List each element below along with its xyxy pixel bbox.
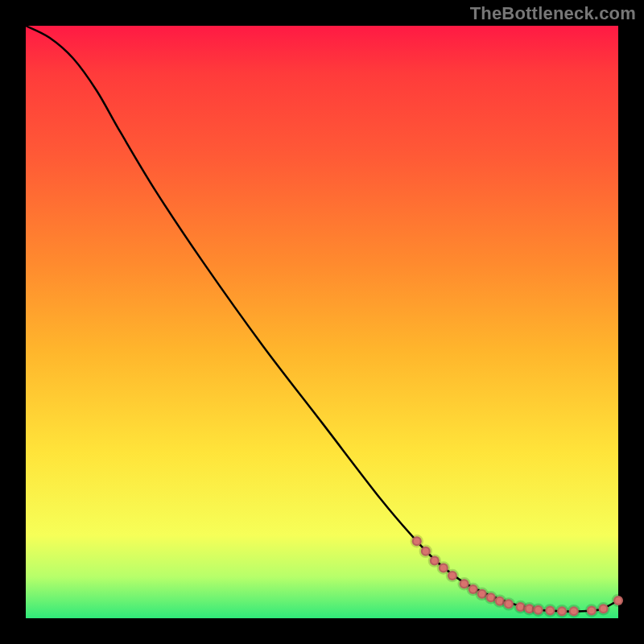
chart-frame: TheBottleneck.com xyxy=(0,0,644,644)
curve-line xyxy=(26,26,618,611)
marker-dot xyxy=(569,606,579,616)
marker-dot xyxy=(430,556,440,566)
marker-dots xyxy=(412,536,623,616)
marker-dot xyxy=(439,563,448,572)
watermark-text: TheBottleneck.com xyxy=(470,3,636,24)
marker-dot xyxy=(421,547,431,556)
chart-svg xyxy=(26,26,618,618)
marker-dot xyxy=(412,536,422,546)
marker-dot xyxy=(545,605,555,615)
marker-dot xyxy=(557,606,567,616)
plot-area xyxy=(26,26,618,618)
marker-dot xyxy=(504,599,514,609)
marker-dot xyxy=(613,596,623,605)
marker-dot xyxy=(599,604,609,613)
marker-dot xyxy=(587,605,597,615)
marker-dot xyxy=(534,605,543,615)
marker-dot xyxy=(448,571,457,580)
